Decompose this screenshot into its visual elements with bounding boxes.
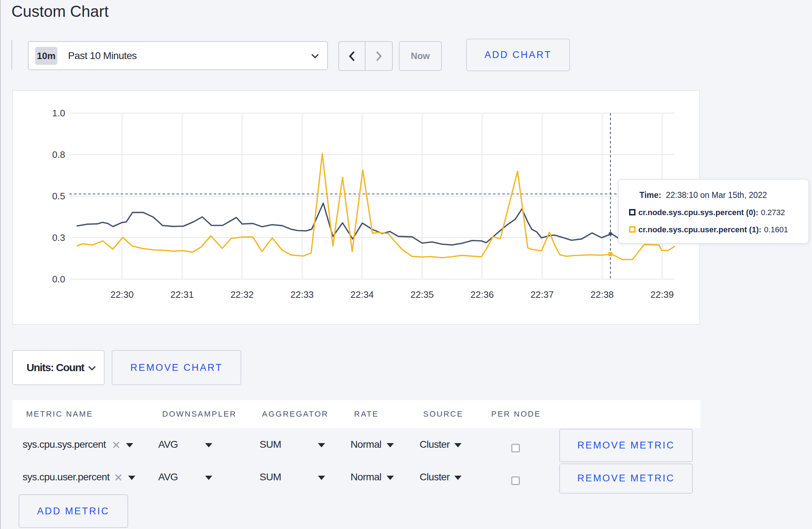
svg-text:22:38: 22:38	[590, 289, 614, 300]
svg-text:22:30: 22:30	[110, 289, 134, 300]
svg-text:22:31: 22:31	[170, 289, 194, 300]
svg-text:22:33: 22:33	[290, 289, 314, 300]
svg-text:22:35: 22:35	[410, 289, 434, 300]
svg-text:0.8: 0.8	[52, 149, 65, 160]
svg-text:22:32: 22:32	[231, 289, 254, 300]
svg-text:22:34: 22:34	[351, 289, 374, 300]
svg-text:22:39: 22:39	[651, 289, 674, 300]
svg-text:22:36: 22:36	[470, 289, 494, 300]
svg-text:0.0: 0.0	[52, 274, 65, 285]
svg-text:22:37: 22:37	[531, 289, 554, 300]
svg-text:1.0: 1.0	[52, 108, 65, 118]
svg-text:0.3: 0.3	[52, 232, 65, 243]
svg-text:0.5: 0.5	[52, 191, 65, 202]
